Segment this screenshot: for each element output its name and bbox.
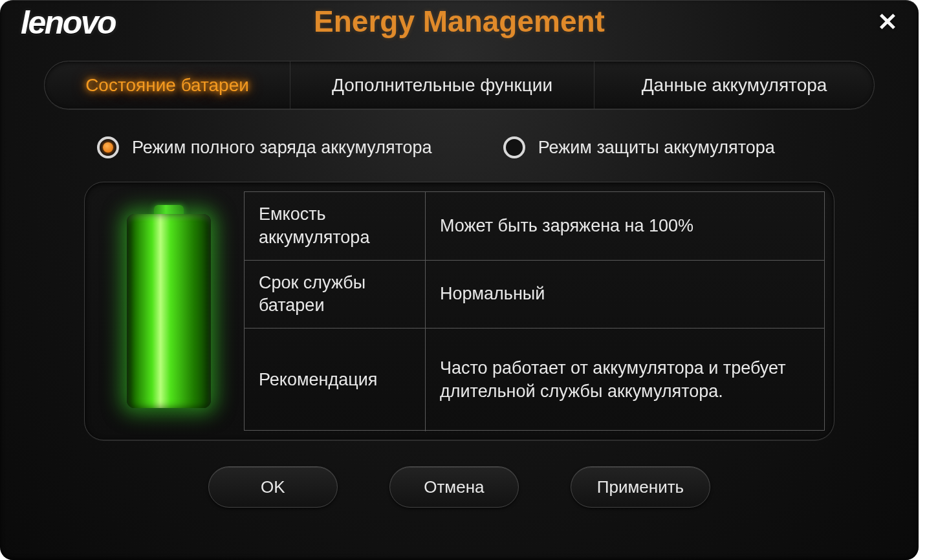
tab-label: Данные аккумулятора (642, 75, 827, 96)
ok-button[interactable]: OK (208, 466, 338, 508)
apply-button[interactable]: Применить (571, 466, 710, 508)
close-icon[interactable]: ✕ (873, 8, 902, 36)
recommendation-label: Рекомендация (245, 328, 426, 431)
window-title: Energy Management (19, 4, 899, 39)
tab-label: Состояние батареи (85, 75, 249, 96)
tab-battery-status[interactable]: Состояние батареи (45, 61, 290, 109)
radio-icon (503, 136, 525, 158)
lifespan-value: Нормальный (426, 261, 824, 328)
energy-management-window: lenovo Energy Management ✕ Состояние бат… (0, 0, 919, 560)
table-row: Срок службы батареи Нормальный (245, 260, 824, 328)
mode-label: Режим защиты аккумулятора (538, 138, 775, 158)
cancel-button[interactable]: Отмена (389, 466, 519, 508)
tab-battery-data[interactable]: Данные аккумулятора (594, 61, 874, 109)
capacity-label: Емкость аккумулятора (245, 192, 426, 260)
tab-label: Дополнительные функции (332, 75, 552, 96)
button-label: Отмена (424, 477, 484, 497)
table-row: Рекомендация Часто работает от аккумулят… (245, 328, 824, 431)
battery-info-panel: Емкость аккумулятора Может быть заряжена… (84, 182, 834, 440)
tab-extra-functions[interactable]: Дополнительные функции (290, 61, 594, 109)
charge-mode-group: Режим полного заряда аккумулятора Режим … (97, 136, 822, 158)
mode-protect-battery[interactable]: Режим защиты аккумулятора (503, 136, 775, 158)
battery-graphic-cell (94, 191, 244, 431)
mode-full-charge[interactable]: Режим полного заряда аккумулятора (97, 136, 432, 158)
mode-label: Режим полного заряда аккумулятора (132, 138, 432, 158)
button-label: Применить (597, 477, 684, 497)
dialog-buttons: OK Отмена Применить (19, 466, 899, 508)
tab-bar: Состояние батареи Дополнительные функции… (44, 61, 875, 109)
button-label: OK (261, 477, 285, 497)
capacity-value: Может быть заряжена на 100% (426, 192, 824, 260)
table-row: Емкость аккумулятора Может быть заряжена… (245, 192, 824, 260)
battery-icon (127, 214, 211, 408)
header: lenovo Energy Management ✕ (19, 4, 899, 43)
lifespan-label: Срок службы батареи (245, 261, 426, 328)
recommendation-value: Часто работает от аккумулятора и требует… (426, 328, 824, 431)
battery-info-table: Емкость аккумулятора Может быть заряжена… (244, 191, 825, 431)
radio-icon (97, 136, 119, 158)
